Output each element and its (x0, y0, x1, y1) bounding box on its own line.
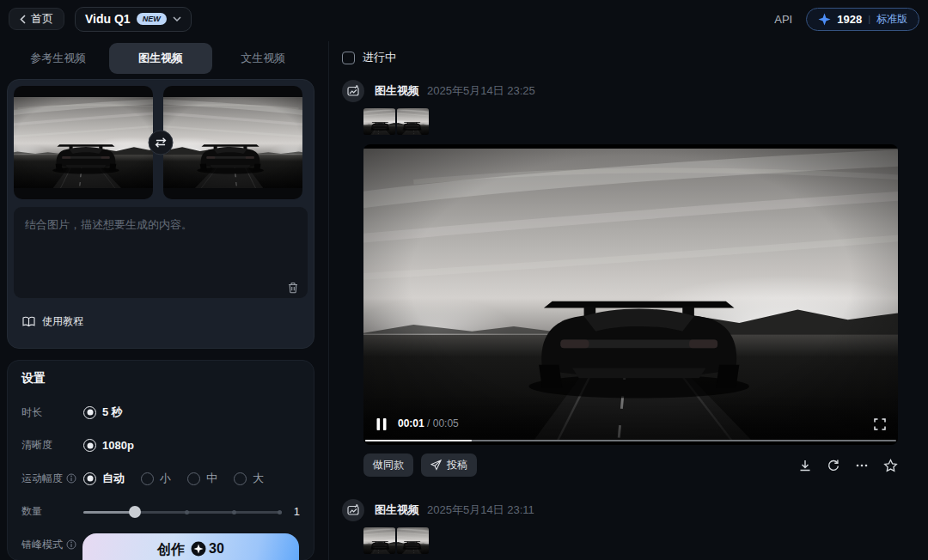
tutorial-link[interactable]: 使用教程 (22, 314, 308, 329)
count-label: 数量 (21, 504, 83, 519)
settings-card: 设置 时长 5 秒 清晰度 1080p 运动幅度 (7, 360, 314, 560)
motion-option-large[interactable]: 大 (234, 471, 264, 486)
duration-row: 时长 5 秒 (21, 405, 300, 420)
input-thumbnail-2[interactable] (397, 527, 429, 554)
topbar: 首页 Vidu Q1 NEW API 1928 | 标准版 (0, 0, 928, 38)
in-progress-checkbox[interactable] (342, 52, 355, 64)
offpeak-label-text: 错峰模式 (21, 538, 63, 552)
book-icon (22, 316, 35, 327)
cost-star-icon (191, 541, 206, 557)
download-button[interactable] (798, 459, 812, 472)
pause-button[interactable] (376, 418, 387, 430)
tab-reference-to-video[interactable]: 参考生视频 (7, 43, 109, 74)
chevron-left-icon (20, 15, 26, 24)
image-to-video-icon (342, 80, 364, 102)
start-frame-preview (14, 97, 153, 188)
radio-icon (234, 472, 247, 485)
video-progress-bar[interactable] (365, 440, 896, 441)
motion-option-label: 小 (160, 471, 171, 486)
video-player[interactable]: 00:01 / 00:05 (363, 144, 898, 445)
motion-option-auto[interactable]: 自动 (83, 471, 125, 486)
video-actions: 做同款 投稿 (363, 453, 898, 477)
motion-option-small[interactable]: 小 (141, 471, 171, 486)
settings-title: 设置 (21, 371, 300, 387)
back-home-label: 首页 (31, 11, 53, 27)
info-icon (66, 539, 76, 550)
feed-item-date: 2025年5月14日 23:25 (427, 83, 535, 99)
star-icon (883, 459, 898, 472)
make-same-style-button[interactable]: 做同款 (363, 453, 413, 477)
duration-label: 时长 (21, 405, 83, 420)
feed-item-header: 图生视频 2025年5月14日 23:25 (342, 80, 928, 102)
motion-label-text: 运动幅度 (21, 472, 63, 486)
swap-frames-button[interactable] (149, 131, 174, 155)
motion-option-label: 自动 (102, 471, 125, 486)
favorite-button[interactable] (883, 459, 898, 472)
tab-image-to-video[interactable]: 图生视频 (109, 43, 211, 74)
current-time: 00:01 (398, 417, 424, 429)
composer-sidebar: 参考生视频 图生视频 文生视频 (7, 41, 314, 560)
input-thumbnail-1[interactable] (363, 108, 395, 135)
regenerate-button[interactable] (827, 459, 840, 472)
slider-stop-3 (232, 510, 236, 514)
credits-divider: | (868, 14, 870, 24)
create-cost-value: 30 (209, 541, 224, 557)
resolution-row: 清晰度 1080p (21, 438, 300, 453)
slider-handle[interactable] (129, 506, 141, 518)
input-thumbnails (363, 108, 928, 135)
prompt-input[interactable] (14, 207, 308, 298)
tab-text-to-video[interactable]: 文生视频 (212, 43, 314, 74)
motion-option-label: 中 (206, 471, 217, 486)
count-slider[interactable] (83, 506, 282, 518)
duration-option-label: 5 秒 (102, 405, 123, 420)
api-link[interactable]: API (774, 13, 792, 26)
slider-stop-2 (185, 510, 189, 514)
resolution-label: 清晰度 (21, 438, 83, 453)
count-value: 1 (294, 505, 300, 518)
create-label: 创作 (157, 541, 185, 559)
info-icon (66, 473, 76, 484)
model-name: Vidu Q1 (85, 12, 131, 26)
credits-pill[interactable]: 1928 | 标准版 (806, 8, 919, 31)
in-progress-label: 进行中 (363, 50, 396, 65)
clear-prompt-button[interactable] (287, 282, 299, 294)
input-thumbnail-2[interactable] (397, 108, 429, 135)
create-button[interactable]: 创作 30 (82, 533, 299, 560)
start-frame-image[interactable] (14, 86, 153, 199)
motion-option-medium[interactable]: 中 (187, 471, 217, 486)
end-frame-preview (163, 97, 302, 188)
slider-stop-4 (278, 510, 282, 514)
chevron-down-icon (173, 16, 181, 21)
vidu-app: 首页 Vidu Q1 NEW API 1928 | 标准版 参考生视频 图生视频… (0, 0, 928, 560)
submit-label: 投稿 (447, 458, 467, 472)
download-icon (798, 459, 812, 472)
submit-button[interactable]: 投稿 (421, 453, 477, 477)
mode-tabs: 参考生视频 图生视频 文生视频 (7, 43, 314, 74)
create-cost: 30 (191, 541, 224, 557)
image-to-video-icon (342, 499, 364, 521)
feed-item-date: 2025年5月14日 23:11 (427, 502, 534, 518)
input-thumbnail-1[interactable] (363, 527, 395, 554)
input-thumbnails (363, 527, 928, 554)
more-icon (855, 459, 869, 472)
fullscreen-button[interactable] (874, 418, 886, 430)
model-switcher[interactable]: Vidu Q1 NEW (75, 7, 192, 32)
back-home-button[interactable]: 首页 (9, 8, 64, 30)
end-frame-image[interactable] (163, 86, 302, 199)
composer-card: 使用教程 (7, 79, 314, 349)
frame-uploads (14, 86, 308, 199)
total-duration: 00:05 (433, 417, 459, 429)
offpeak-label: 错峰模式 (21, 538, 83, 552)
feed-item-type: 图生视频 (375, 502, 419, 518)
in-progress-filter[interactable]: 进行中 (342, 50, 928, 65)
feed-item-header: 图生视频 2025年5月14日 23:11 (342, 499, 928, 521)
credit-star-icon (818, 13, 831, 26)
duration-option-5s[interactable]: 5 秒 (83, 405, 123, 420)
radio-icon (187, 472, 200, 485)
make-same-style-label: 做同款 (373, 458, 404, 472)
swap-arrows-icon (154, 136, 168, 150)
credits-amount: 1928 (837, 13, 862, 26)
resolution-option-1080p[interactable]: 1080p (83, 439, 134, 452)
motion-option-label: 大 (253, 471, 264, 486)
more-button[interactable] (855, 459, 869, 472)
